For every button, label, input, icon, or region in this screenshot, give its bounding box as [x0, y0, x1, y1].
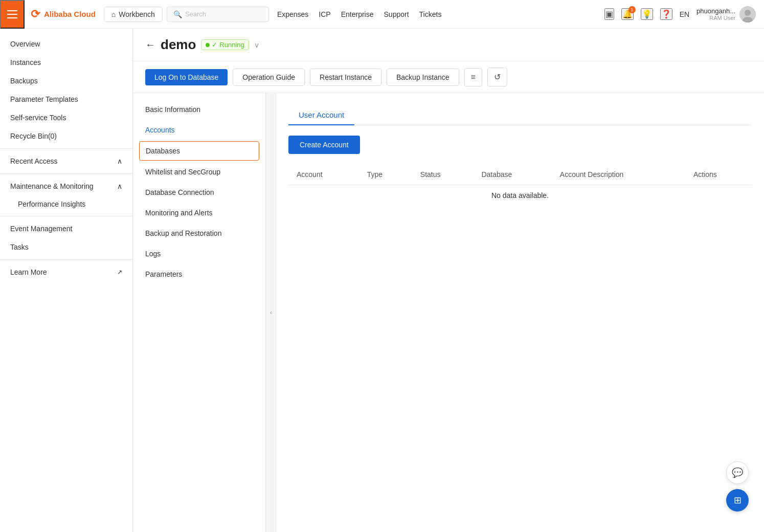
sidebar-label-tasks: Tasks [10, 243, 29, 251]
chevron-up-icon-2: ∧ [117, 182, 122, 190]
create-account-button[interactable]: Create Account [288, 136, 360, 154]
nav-icons: ▣ 🔔 1 💡 ❓ EN phuonganh... RAM User [604, 6, 756, 23]
collapse-icon: ‹ [270, 309, 272, 316]
avatar [739, 6, 756, 23]
chat-button[interactable]: 💬 [726, 461, 749, 484]
left-menu-parameters[interactable]: Parameters [133, 264, 265, 284]
back-arrow-btn[interactable]: ← [145, 39, 155, 51]
collapse-handle[interactable]: ‹ [266, 93, 276, 532]
restart-instance-button[interactable]: Restart Instance [310, 69, 381, 86]
user-role: RAM User [696, 15, 735, 21]
sidebar-label-instances: Instances [10, 58, 41, 66]
sidebar-divider-1 [0, 148, 132, 149]
db-connection-label: Database Connection [145, 188, 214, 196]
performance-insights-label: Performance Insights [18, 200, 85, 208]
hamburger-icon [7, 10, 17, 18]
chevron-up-icon: ∧ [117, 157, 122, 165]
sidebar-item-event-management[interactable]: Event Management [0, 219, 132, 238]
table-body: No data available. [288, 185, 752, 206]
accounts-table: Account Type Status Database Account Des… [288, 164, 752, 206]
backup-instance-button[interactable]: Backup Instance [387, 69, 459, 86]
sidebar-item-recycle-bin[interactable]: Recycle Bin(0) [0, 127, 132, 145]
sidebar-divider-4 [0, 259, 132, 260]
user-area[interactable]: phuonganh... RAM User [696, 6, 756, 23]
nav-link-icp[interactable]: ICP [319, 10, 330, 18]
nav-link-enterprise[interactable]: Enterprise [341, 10, 374, 18]
nav-link-support[interactable]: Support [384, 10, 409, 18]
sidebar-item-learn-more[interactable]: Learn More ↗ [0, 263, 132, 281]
table-no-data-row: No data available. [288, 185, 752, 206]
col-database: Database [473, 164, 551, 185]
table-icon-button[interactable]: ≡ [464, 68, 482, 86]
alibaba-cloud-logo-text: Alibaba Cloud [44, 10, 96, 18]
hamburger-button[interactable] [0, 0, 25, 29]
left-menu-backup-restore[interactable]: Backup and Restoration [133, 223, 265, 243]
workbench-label: Workbench [119, 10, 155, 18]
left-menu-monitoring[interactable]: Monitoring and Alerts [133, 203, 265, 223]
col-actions: Actions [685, 164, 752, 185]
logs-label: Logs [145, 250, 161, 258]
sidebar-item-parameter-templates[interactable]: Parameter Templates [0, 90, 132, 108]
toolbar: Log On to Database Operation Guide Resta… [133, 61, 764, 93]
basic-info-label: Basic Information [145, 105, 200, 114]
monitoring-label: Monitoring and Alerts [145, 209, 213, 217]
status-badge: ✓ Running [201, 39, 249, 50]
col-account-description: Account Description [552, 164, 685, 185]
recent-access-label: Recent Access [10, 157, 58, 165]
notifications-icon-btn[interactable]: 🔔 1 [621, 8, 634, 20]
tab-user-account[interactable]: User Account [288, 105, 354, 125]
grid-button[interactable]: ⊞ [726, 489, 749, 512]
operation-guide-button[interactable]: Operation Guide [233, 69, 305, 86]
sidebar-label-overview: Overview [10, 40, 40, 48]
sidebar-item-backups[interactable]: Backups [0, 72, 132, 90]
right-panel: User Account Create Account Account Type… [276, 93, 764, 532]
left-menu-basic-info[interactable]: Basic Information [133, 99, 265, 120]
maintenance-label: Maintenance & Monitoring [10, 182, 94, 190]
tab-user-account-label: User Account [299, 110, 344, 119]
sidebar-item-self-service-tools[interactable]: Self-service Tools [0, 108, 132, 127]
search-box[interactable]: 🔍 Search [167, 7, 269, 22]
sidebar-section-recent-access[interactable]: Recent Access ∧ [0, 152, 132, 170]
external-link-icon: ↗ [117, 269, 122, 276]
sidebar-sub-performance-insights[interactable]: Performance Insights [0, 195, 132, 213]
nav-link-expenses[interactable]: Expenses [277, 10, 308, 18]
left-menu-logs[interactable]: Logs [133, 243, 265, 264]
accounts-label: Accounts [145, 126, 175, 134]
left-menu-db-connection[interactable]: Database Connection [133, 182, 265, 203]
user-name: phuonganh... [696, 7, 735, 15]
workbench-button[interactable]: ⌂ Workbench [104, 7, 163, 22]
main-content: ← demo ✓ Running ∨ Log On to Database Op… [133, 29, 764, 532]
whitelist-label: Whitelist and SecGroup [145, 168, 220, 176]
left-menu-databases[interactable]: Databases [139, 141, 259, 161]
help-icon-btn[interactable]: ❓ [660, 8, 672, 20]
alibaba-cloud-logo-icon: ⟳ [31, 8, 40, 21]
notification-badge: 1 [628, 6, 636, 13]
table-header: Account Type Status Database Account Des… [288, 164, 752, 185]
nav-link-tickets[interactable]: Tickets [419, 10, 442, 18]
language-selector[interactable]: EN [680, 10, 689, 18]
left-panel-menu: Basic Information Accounts Databases Whi… [133, 93, 266, 532]
left-menu-accounts[interactable]: Accounts [133, 120, 265, 140]
app-layout: Overview Instances Backups Parameter Tem… [0, 29, 764, 532]
sidebar-divider-3 [0, 216, 132, 216]
no-data-message: No data available. [288, 185, 752, 206]
left-menu-whitelist[interactable]: Whitelist and SecGroup [133, 162, 265, 182]
sidebar-item-instances[interactable]: Instances [0, 53, 132, 72]
databases-label: Databases [146, 147, 180, 155]
search-icon: 🔍 [173, 10, 182, 18]
lightbulb-icon-btn[interactable]: 💡 [641, 8, 653, 20]
sidebar-label-parameter-templates: Parameter Templates [10, 95, 78, 103]
refresh-icon-button[interactable]: ↺ [487, 68, 507, 86]
status-dot [206, 43, 210, 47]
sidebar-divider-2 [0, 173, 132, 174]
instance-chevron-down-icon[interactable]: ∨ [254, 41, 259, 49]
sidebar-item-overview[interactable]: Overview [0, 35, 132, 53]
sidebar-item-tasks[interactable]: Tasks [0, 238, 132, 256]
log-on-database-button[interactable]: Log On to Database [145, 69, 228, 85]
floating-buttons: 💬 ⊞ [726, 461, 749, 512]
monitor-icon-btn[interactable]: ▣ [604, 8, 614, 20]
table-header-row: Account Type Status Database Account Des… [288, 164, 752, 185]
sidebar-section-maintenance[interactable]: Maintenance & Monitoring ∧ [0, 177, 132, 195]
grid-icon: ⊞ [734, 495, 741, 506]
svg-point-1 [745, 10, 751, 16]
